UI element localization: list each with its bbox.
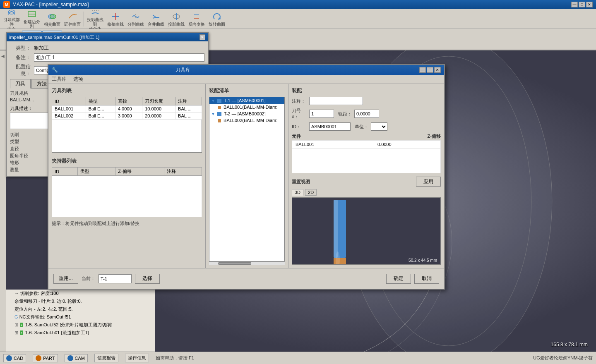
cad-icon: [6, 355, 12, 361]
type-value: 粗加工: [34, 45, 49, 52]
t1-child-label: BALL001(BALL-MM-Diam:: [223, 105, 277, 110]
tree-item-5[interactable]: ⊞ ▪ 1-5. SamOut.f52 [分流叶片粗加工测刀切削]: [6, 321, 155, 329]
ops-info-tab[interactable]: 操作信息: [125, 354, 149, 362]
preview-tab-3d[interactable]: 3D: [292, 189, 303, 196]
cad-tab[interactable]: CAD: [3, 354, 26, 362]
offset-input[interactable]: [354, 110, 379, 118]
assembly-item-t2[interactable]: ▼ T-2 — [ASMB00002]: [209, 110, 284, 117]
component-row-1[interactable]: BALL001 0.0000: [292, 141, 441, 148]
part-tab[interactable]: PART: [33, 354, 58, 362]
t2-icon: [217, 112, 221, 116]
tool-2-type: Ball E...: [86, 113, 115, 120]
title-bar: M MAX-PAC - [impeller_sample.max] — □ ✕: [0, 0, 596, 9]
cam-tab[interactable]: CAM: [65, 354, 88, 362]
note-config-label: 注释：: [292, 98, 307, 104]
ok-button[interactable]: 确定: [386, 274, 411, 284]
component-title: 元件: [292, 133, 301, 139]
cancel-button[interactable]: 取消: [414, 274, 439, 284]
preview-canvas: 50.2 x 44.5 mm: [292, 197, 441, 265]
toolnum-input[interactable]: [309, 110, 334, 118]
component-table: BALL001 0.0000: [292, 140, 441, 173]
arrow-t1: ▼: [211, 98, 215, 103]
col-note: 注释: [175, 97, 202, 105]
col-diameter: 直径: [115, 97, 142, 105]
tool-1-len: 10.0000: [142, 105, 175, 113]
close-button[interactable]: ✕: [586, 2, 593, 7]
note-config-row: 注释：: [292, 97, 441, 105]
dialog-title-bar: 🔧 刀具库 — □ ✕: [48, 65, 444, 75]
select-button[interactable]: 选择: [135, 274, 160, 284]
tree-item-1[interactable]: → 切削参数: 密度:100: [6, 290, 155, 297]
assembly-scrollbar[interactable]: [209, 261, 285, 265]
merge-curve-button[interactable]: 合并曲线: [146, 10, 166, 28]
preview-tab-2d[interactable]: 2D: [305, 189, 317, 196]
tool-list-panel: 刀具列表 ID 类型 直径 刀刃长度 注释 BALL001 Ball E...: [48, 84, 206, 268]
tool-row-1[interactable]: BALL001 Ball E... 4.0000 10.0000 BAL ...: [52, 105, 202, 113]
id-row: ID： 单位：: [292, 122, 441, 131]
unit-select[interactable]: [371, 122, 387, 131]
toolbar-row1: 引导式部件曲面 创建边分割 相交曲面 延伸曲面 投影曲线到延伸边 修整曲线: [0, 9, 596, 29]
note-config-input[interactable]: [309, 97, 363, 105]
assembly-child-t1: BALL001(BALL-MM-Diam:: [209, 104, 284, 110]
holder-list-title: 夹持器列表: [52, 158, 202, 165]
apply-button[interactable]: 应用: [416, 177, 441, 187]
guide-surface-button[interactable]: 引导式部件曲面: [2, 10, 22, 28]
dialog-icon: 🔧: [52, 67, 173, 73]
split-curve-button[interactable]: 分割曲线: [126, 10, 146, 28]
split-label: 分割曲线: [127, 22, 144, 26]
tool-row-2[interactable]: BALL002 Ball E... 3.0000 20.0000 BAL ...: [52, 113, 202, 120]
tab-tool[interactable]: 刀具: [10, 79, 31, 89]
tool-desc-label: 刀具描述：: [10, 106, 33, 111]
tree-expand-1[interactable]: →: [14, 291, 19, 296]
scrollbar-thumb[interactable]: [218, 262, 251, 265]
preview-size: 50.2 x 44.5 mm: [409, 258, 437, 263]
dialog-maximize-btn[interactable]: □: [427, 67, 433, 73]
minimize-button[interactable]: —: [571, 2, 578, 7]
intersect-surface-button[interactable]: 相交曲面: [42, 10, 62, 28]
current-input[interactable]: [99, 274, 132, 283]
note-label: 备注：: [10, 54, 31, 61]
tree-item-6[interactable]: ⊞ ▪ 1-6. SamOut.h01 [流道粗加工T]: [6, 329, 155, 337]
assembly-item-t1[interactable]: ▼ T-1 — [ASMB00001]: [209, 97, 284, 104]
id-label: ID：: [292, 124, 307, 130]
dialog-menubar: 工具库 选项: [48, 75, 444, 84]
tree-expand-5[interactable]: ⊞: [14, 322, 19, 328]
dialog-close-btn[interactable]: ✕: [434, 67, 441, 73]
tool-table: ID 类型 直径 刀刃长度 注释 BALL001 Ball E... 4.000…: [52, 97, 202, 120]
reverse-label: 反向变换: [188, 22, 205, 26]
reverse-button[interactable]: 反向变换: [187, 10, 207, 28]
menu-options[interactable]: 选项: [73, 76, 83, 83]
extend-surface-button[interactable]: 延伸曲面: [62, 10, 82, 28]
window-controls[interactable]: — □ ✕: [571, 2, 593, 7]
trim-curve-button[interactable]: 修整曲线: [106, 10, 125, 28]
rotate-surface-button[interactable]: 旋转曲面: [207, 10, 227, 28]
proj-curve-button[interactable]: 投影曲线到延伸边: [85, 10, 105, 28]
guide-surface-icon: [7, 7, 17, 17]
info-report-tab[interactable]: 信息报告: [94, 354, 118, 362]
assembly-tree: ▼ T-1 — [ASMB00001] BALL001(BALL-MM-Diam…: [209, 97, 285, 261]
sub-window-close-btn[interactable]: ✕: [199, 34, 205, 40]
tree-item-2[interactable]: 余量和移刀 - 叶片:0. 边:0. 轮毂:0.: [6, 297, 155, 305]
create-edge-button[interactable]: 创建边分割: [22, 10, 42, 28]
info-label: 信息报告: [97, 355, 115, 361]
cam-label: CAM: [75, 356, 85, 361]
tool-1-diam: 4.0000: [115, 105, 142, 113]
redraw-row: 重置视图 应用: [292, 177, 441, 187]
trim-icon: [111, 12, 120, 22]
note-input[interactable]: [34, 53, 204, 62]
t1-child-icon: [218, 106, 221, 109]
id-input[interactable]: [309, 122, 351, 131]
reuse-button[interactable]: 重用...: [53, 274, 78, 284]
menu-toollib[interactable]: 工具库: [52, 76, 67, 83]
dialog-minimize-btn[interactable]: —: [419, 67, 426, 73]
type-label: 类型：: [10, 45, 31, 52]
maximize-button[interactable]: □: [579, 2, 585, 7]
offset-label: 轨距：: [338, 111, 352, 117]
tool-1-note: BAL ...: [175, 105, 202, 113]
tree-item-3[interactable]: 定位方向 - 左:2. 右:2. 范围:5.: [6, 305, 155, 313]
assembly-title: 装配清单: [209, 87, 285, 94]
proj-button[interactable]: 投影曲线: [166, 10, 186, 28]
tree-item-4[interactable]: G NC文件输出: SamOut.f51: [6, 313, 155, 321]
tool-library-dialog: 🔧 刀具库 — □ ✕ 工具库 选项 刀具列表 ID 类型 直径 刀刃长度 注释: [48, 64, 445, 290]
tree-expand-6[interactable]: ⊞: [14, 330, 19, 335]
